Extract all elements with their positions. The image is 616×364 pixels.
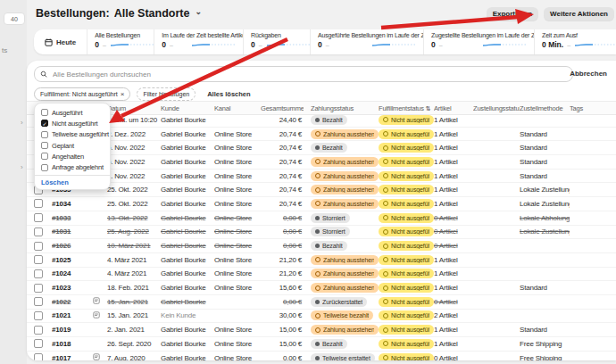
clear-filter-link[interactable]: Löschen bbox=[35, 175, 110, 186]
table-row[interactable]: #102215. Jan. 2021Gabriel Bourke0,00 €Zu… bbox=[27, 295, 616, 310]
table-row[interactable]: #10244. März 2021Gabriel BourkeOnline St… bbox=[27, 268, 616, 282]
row-checkbox[interactable] bbox=[34, 199, 43, 208]
row-checkbox[interactable] bbox=[34, 326, 43, 335]
metric[interactable]: Alle Bestellungen0– bbox=[87, 29, 154, 54]
date-range-picker[interactable]: Heute bbox=[34, 29, 87, 54]
order-number[interactable]: #1017 bbox=[52, 354, 93, 360]
column-header-zahlungsstatus[interactable]: Zahlungsstatus bbox=[311, 104, 379, 112]
status-dot-icon bbox=[315, 257, 320, 262]
search-box[interactable] bbox=[34, 66, 573, 82]
order-number[interactable]: #1026 bbox=[52, 242, 93, 250]
order-number[interactable]: #1021 bbox=[52, 311, 93, 319]
total: 20,74 € bbox=[261, 186, 304, 194]
filter-option[interactable]: Anfrage abgelehnt bbox=[35, 161, 110, 172]
metric[interactable]: Im Laufe der Zeit bestellte Artikel0– bbox=[154, 29, 243, 54]
row-checkbox[interactable] bbox=[34, 339, 43, 348]
active-filter-chip[interactable]: Fulfillment: Nicht ausgeführt × bbox=[34, 87, 130, 101]
row-checkbox[interactable] bbox=[34, 284, 43, 293]
chevron-down-icon[interactable]: ⌄ bbox=[195, 7, 202, 16]
order-number[interactable]: #1023 bbox=[52, 284, 93, 292]
order-date: 2. Dez. 2022 bbox=[107, 130, 161, 138]
filter-option-checkbox[interactable] bbox=[41, 131, 48, 138]
more-actions-button[interactable]: Weitere Aktionen bbox=[544, 7, 614, 21]
filter-option-checkbox[interactable] bbox=[41, 142, 48, 149]
filter-option[interactable]: ✓Nicht ausgeführt bbox=[35, 118, 110, 128]
filter-option-checkbox[interactable] bbox=[41, 109, 48, 116]
order-number[interactable]: #1033 bbox=[52, 214, 93, 222]
filter-option[interactable]: Teilweise ausgeführt bbox=[35, 129, 110, 140]
filter-option-label: Geplant bbox=[52, 142, 74, 150]
location-selector[interactable]: Alle Standorte bbox=[114, 7, 190, 20]
table-row[interactable]: #101826. Sept. 2020Gabriel BourkeOnline … bbox=[27, 337, 616, 352]
clear-all-filters-button[interactable]: Alles löschen bbox=[202, 89, 255, 99]
column-header-tags[interactable]: Tags bbox=[570, 104, 616, 112]
table-row[interactable]: #102610. März 2021Gabriel BourkeOnline S… bbox=[27, 239, 616, 253]
filter-option-checkbox[interactable]: ✓ bbox=[41, 120, 48, 127]
row-checkbox[interactable] bbox=[34, 269, 43, 278]
column-header-zustellmethode[interactable]: Zustellmethode bbox=[520, 104, 570, 112]
table-row[interactable]: 5. Nov. 2022Gabriel BourkeOnline Store20… bbox=[27, 155, 616, 170]
table-row[interactable]: #10177. Aug. 2020Gabriel BourkeOnline St… bbox=[27, 352, 616, 360]
metric[interactable]: Zugestellte Bestellungen im Laufe der Ze… bbox=[423, 29, 534, 54]
filter-option-checkbox[interactable] bbox=[41, 164, 48, 171]
table-row[interactable]: #103525. Okt. 2022Gabriel BourkeOnline S… bbox=[27, 183, 616, 197]
customer-name: Gabriel Bourke bbox=[161, 144, 214, 152]
column-header-datum[interactable]: Datum bbox=[107, 104, 161, 112]
table-row[interactable]: 5. Nov. 2022Gabriel BourkeOnline Store20… bbox=[27, 141, 616, 155]
column-header-kunde[interactable]: Kunde bbox=[161, 104, 214, 112]
remove-filter-icon[interactable]: × bbox=[121, 91, 125, 98]
filter-option-checkbox[interactable] bbox=[41, 153, 48, 160]
order-number[interactable]: #1019 bbox=[52, 326, 93, 334]
table-row[interactable]: 1. Nov. 2022Gabriel BourkeOnline Store20… bbox=[27, 170, 616, 184]
row-checkbox[interactable] bbox=[34, 353, 43, 360]
row-checkbox[interactable] bbox=[34, 297, 43, 306]
order-date: 13. Okt. 2022 bbox=[107, 214, 161, 222]
row-checkbox[interactable] bbox=[34, 242, 43, 251]
column-header-artikel[interactable]: Artikel bbox=[434, 104, 473, 112]
search-input[interactable] bbox=[51, 70, 567, 79]
column-header-fulfillmentstatus[interactable]: Fulfillmentstatus⇅ bbox=[379, 104, 434, 112]
total: 0,00 € bbox=[261, 214, 304, 222]
export-button[interactable]: Exportieren bbox=[487, 7, 538, 21]
filter-option[interactable]: Ausgeführt bbox=[35, 107, 110, 118]
order-number[interactable]: #1025 bbox=[52, 256, 93, 264]
order-number[interactable]: #1022 bbox=[52, 298, 93, 306]
items-count: 0 Artikel bbox=[434, 228, 473, 236]
cancel-button[interactable]: Abbrechen bbox=[564, 69, 612, 79]
table-row[interactable]: 2. Okt. um 10:20Gabriel Bourke24,40 €Bez… bbox=[27, 113, 616, 128]
items-count: 1 Artikel bbox=[434, 340, 473, 348]
row-checkbox[interactable] bbox=[34, 311, 43, 320]
metric[interactable]: Rückgaben0– bbox=[243, 29, 310, 54]
fulfillment-status-badge: Nicht ausgeführt bbox=[379, 115, 434, 125]
table-row[interactable]: #102318. Feb. 2021Gabriel BourkeOnline S… bbox=[27, 281, 616, 295]
payment-status-badge-label: Zahlung ausstehend bbox=[323, 173, 374, 179]
table-row[interactable]: #103425. Okt. 2022Gabriel BourkeOnline S… bbox=[27, 197, 616, 211]
filter-option[interactable]: Angehalten bbox=[35, 151, 110, 161]
total: 20,74 € bbox=[261, 158, 304, 166]
table-row[interactable]: #10254. März 2021Gabriel BourkeOnline St… bbox=[27, 253, 616, 268]
table-row[interactable]: #103125. Aug. 2022Gabriel BourkeOnline S… bbox=[27, 226, 616, 240]
order-number[interactable]: #1018 bbox=[52, 340, 93, 348]
table-row[interactable]: #102115. Jan. 2021Kein Kunde30,00 €Teilw… bbox=[27, 310, 616, 324]
column-header-kanal[interactable]: Kanal bbox=[214, 104, 261, 112]
filter-option[interactable]: Geplant bbox=[35, 140, 110, 151]
table-row[interactable]: #103313. Okt. 2022Gabriel BourkeOnline S… bbox=[27, 211, 616, 226]
table-row[interactable]: #10192. Jan. 2021Gabriel BourkeOnline St… bbox=[27, 323, 616, 337]
order-number[interactable]: #1031 bbox=[52, 228, 93, 236]
order-number[interactable]: #1024 bbox=[52, 269, 93, 277]
payment-status-badge: Zahlung ausstehend bbox=[311, 255, 379, 265]
column-header-zustellungsstatus[interactable]: Zustellungsstatus bbox=[473, 104, 520, 112]
payment-status-badge-label: Zahlung ausstehend bbox=[323, 201, 374, 207]
metric[interactable]: Ausgeführte Bestellungen im Laufe der Ze… bbox=[310, 29, 423, 54]
row-checkbox[interactable] bbox=[34, 228, 43, 236]
sort-icon[interactable]: ⇅ bbox=[426, 105, 431, 112]
payment-status-cell: Zahlung ausstehend bbox=[311, 255, 379, 265]
table-row[interactable]: 2. Dez. 2022Gabriel BourkeOnline Store20… bbox=[27, 128, 616, 142]
column-header-gesamtsumme[interactable]: Gesamtsumme bbox=[261, 104, 304, 112]
payment-status-badge: Zahlung ausstehend bbox=[311, 325, 379, 335]
add-filter-chip[interactable]: Filter hinzufügen bbox=[137, 87, 196, 101]
row-checkbox[interactable] bbox=[34, 213, 43, 222]
metric[interactable]: Zeit zum Ausf0 Min.– bbox=[534, 29, 616, 54]
row-checkbox[interactable] bbox=[34, 255, 43, 264]
order-number[interactable]: #1034 bbox=[52, 200, 93, 208]
